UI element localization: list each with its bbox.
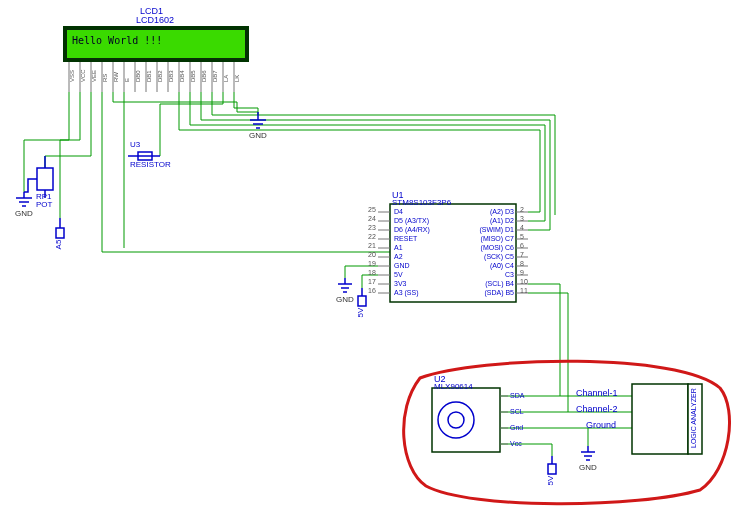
pot-part: POT <box>36 200 52 209</box>
svg-text:GND: GND <box>579 463 597 472</box>
schematic-canvas: GND GND <box>0 0 750 517</box>
v5-probe-label-mcu: 5V <box>356 308 365 318</box>
probe-a5 <box>56 218 64 238</box>
gnd-symbol-sensor: GND <box>579 446 597 472</box>
analyzer-ch2: Channel-2 <box>576 404 618 414</box>
gnd-symbol-mcu: GND <box>336 278 354 304</box>
resistor-part: RESISTOR <box>130 160 171 169</box>
analyzer-title: LOGIC ANALYZER <box>690 388 697 448</box>
v5-probe-label-sensor: 5V <box>546 476 555 486</box>
svg-rect-21 <box>37 168 53 190</box>
sensor-body <box>432 388 500 452</box>
svg-text:GND: GND <box>15 209 33 218</box>
probe-5v-sensor <box>548 456 556 474</box>
analyzer-ch1: Channel-1 <box>576 388 618 398</box>
svg-text:GND: GND <box>249 131 267 140</box>
svg-text:GND: GND <box>336 295 354 304</box>
analyzer-gnd: Ground <box>586 420 616 430</box>
gnd-symbol-center: GND <box>249 112 267 140</box>
sensor-part: MLX90614 <box>434 382 473 391</box>
logic-analyzer-body <box>632 384 688 454</box>
mcu-part: STM8S103F3P6 <box>392 198 451 207</box>
resistor <box>128 152 160 160</box>
resistor-ref: U3 <box>130 140 140 149</box>
probe-5v-mcu <box>358 288 366 306</box>
gnd-symbol-left: GND <box>15 192 33 218</box>
a5-probe-label: A5 <box>54 240 63 250</box>
